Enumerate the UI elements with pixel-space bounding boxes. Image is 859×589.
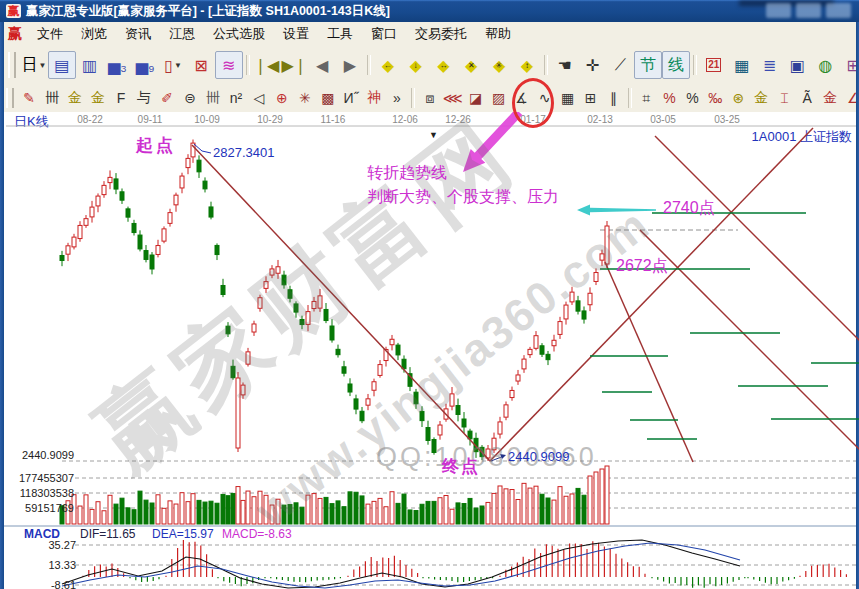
- step-forward-icon[interactable]: ▶: [336, 51, 364, 79]
- gann-xian-tool-icon[interactable]: 线: [662, 51, 690, 79]
- angle-ruler-icon[interactable]: ◁: [248, 86, 271, 110]
- diamond-updown-icon[interactable]: ◆↕: [513, 51, 541, 79]
- report-view-icon[interactable]: ≣: [756, 51, 784, 79]
- volume-scale-1: 177455307: [12, 472, 74, 484]
- macd-scale-2: 13.33: [14, 559, 76, 571]
- f10-info-icon[interactable]: ▥: [76, 51, 104, 79]
- diamond-left-icon[interactable]: ◆←: [374, 51, 402, 79]
- menu-item-file[interactable]: 文件: [28, 24, 72, 43]
- menu-item-gann[interactable]: 江恩: [160, 24, 204, 43]
- menu-item-browse[interactable]: 浏览: [72, 24, 116, 43]
- diamond-down-icon[interactable]: ◆↓: [402, 51, 430, 79]
- menu-item-settings[interactable]: 设置: [274, 24, 318, 43]
- calendar-icon[interactable]: 21: [700, 51, 728, 79]
- menu-item-trade-order[interactable]: 交易委托: [406, 24, 476, 43]
- step-back-icon[interactable]: ◀: [308, 51, 336, 79]
- candle-style-icon[interactable]: ▯▼: [159, 51, 187, 79]
- save-icon[interactable]: ▣: [783, 51, 811, 79]
- gold-red-icon[interactable]: 金: [819, 86, 842, 110]
- zigzag-turn-icon[interactable]: ∿: [533, 86, 556, 110]
- diamond-star-icon[interactable]: ◆✳: [485, 51, 513, 79]
- mini-chart-9-icon[interactable]: ▅₉: [131, 51, 159, 79]
- volume-scale-3: 59151769: [12, 502, 74, 514]
- candle-edit-icon[interactable]: ⌶: [773, 86, 796, 110]
- draw-pen-icon[interactable]: ✎: [18, 86, 41, 110]
- stat-bars-icon[interactable]: ⌗: [635, 86, 658, 110]
- grid-fine-icon[interactable]: ▦: [556, 86, 579, 110]
- maximize-button[interactable]: [796, 3, 821, 18]
- n-square-icon[interactable]: n²: [225, 86, 248, 110]
- wave-a-icon[interactable]: Ã: [796, 86, 819, 110]
- menu-item-tools[interactable]: 工具: [318, 24, 362, 43]
- mini-chart-3-icon[interactable]: ▅₃: [103, 51, 131, 79]
- price-scale-label: 2440.9099: [12, 449, 74, 461]
- f-grid-icon[interactable]: F: [110, 86, 133, 110]
- fence-dense-icon[interactable]: 卌: [202, 86, 225, 110]
- menu-item-formula-stock-pick[interactable]: 公式选股: [204, 24, 274, 43]
- matrix-view-icon[interactable]: ▦: [728, 51, 756, 79]
- percent-icon[interactable]: %: [681, 86, 704, 110]
- gold-grid-1-icon[interactable]: 金: [64, 86, 87, 110]
- diamond-cross-icon[interactable]: ◆✕: [457, 51, 485, 79]
- grid-pen-icon[interactable]: ⊞: [579, 86, 602, 110]
- toolbar-separator: [628, 88, 632, 108]
- toolbar-grip[interactable]: [8, 52, 16, 79]
- title-bar: 赢 赢家江恩专业版[赢家服务平台] - [上证指数 SH1A0001-143日K…: [0, 0, 859, 22]
- gold-circle-icon[interactable]: ⊛: [727, 86, 750, 110]
- menu-item-help[interactable]: 帮助: [476, 24, 520, 43]
- box-web-icon[interactable]: ▨: [487, 86, 510, 110]
- toolbar-main: 日▼▤▥▅₃▅₉▯▼⊠≋❘◀▶❘◀▶◆←◆↓◆↔◆✕◆✳◆↕☚✛⟋节线21▦≣▣…: [0, 46, 859, 85]
- parallel-lines-icon[interactable]: ∥: [602, 86, 625, 110]
- target-circle-icon[interactable]: ⊕: [270, 86, 293, 110]
- jump-first-icon[interactable]: ❘◀: [253, 51, 281, 79]
- web-square-icon[interactable]: ▩: [316, 86, 339, 110]
- trend-note-line1: 转折趋势线: [367, 163, 447, 184]
- resistance-level-label: 2740点: [663, 198, 715, 219]
- shen-grid-icon[interactable]: 神: [362, 86, 385, 110]
- pen-angle-icon[interactable]: ∡: [510, 86, 533, 110]
- toolbar-separator: [246, 55, 250, 75]
- macd-hist-value: MACD=-8.63: [222, 527, 292, 541]
- menu-item-news[interactable]: 资讯: [116, 24, 160, 43]
- crosshair-icon[interactable]: ✛: [579, 51, 607, 79]
- app-logo-icon: 赢: [6, 4, 21, 18]
- start-point-label: 起点: [136, 134, 176, 157]
- pattern-search-icon[interactable]: ⊠: [187, 51, 215, 79]
- macd-dif-value: DIF=11.65: [80, 527, 135, 541]
- period-day-selector-icon[interactable]: 日▼: [20, 51, 48, 79]
- support-level-label: 2672点: [616, 256, 668, 277]
- toolbar-separator: [693, 55, 697, 75]
- permille-icon[interactable]: ‰: [704, 86, 727, 110]
- fan-lines-icon[interactable]: ⋘: [441, 86, 464, 110]
- cycle-circle-icon[interactable]: ⊜: [179, 86, 202, 110]
- web-sync-icon[interactable]: ◍: [811, 51, 839, 79]
- gann-jie-tool-icon[interactable]: 节: [634, 51, 662, 79]
- gold-grid-2-icon[interactable]: 金: [87, 86, 110, 110]
- chart-area: 08-2209-1110-0910-2911-1612-0612-2601-17…: [4, 112, 856, 589]
- toolbar-separator: [411, 88, 415, 108]
- quote-screen-icon[interactable]: ▤: [48, 51, 76, 79]
- close-button[interactable]: [826, 3, 851, 18]
- web-star-icon[interactable]: ✳: [293, 86, 316, 110]
- start-price-label: 2827.3401: [213, 145, 274, 160]
- pen-red-icon[interactable]: ✐: [156, 86, 179, 110]
- minimize-button[interactable]: [766, 3, 791, 18]
- wave-ii-icon[interactable]: И˝: [339, 86, 362, 110]
- spiral-tool-icon[interactable]: 与: [133, 86, 156, 110]
- more-tools-icon[interactable]: »: [385, 86, 408, 110]
- pan-hand-icon[interactable]: ☚: [551, 51, 579, 79]
- toolbar-separator: [367, 55, 371, 75]
- menu-item-window[interactable]: 窗口: [362, 24, 406, 43]
- diamond-leftright-icon[interactable]: ◆↔: [430, 51, 458, 79]
- toolbar-drawing: ✎卌金金F与✐⊜卌n²◁⊕✳▩И˝神»⧈⋘◪▨∡∿▦⊞∥⌗%%‰⊛金⌶Ã金∠: [0, 84, 859, 113]
- gann-box-icon[interactable]: ⧈: [418, 86, 441, 110]
- toolbar-grip[interactable]: [6, 88, 14, 108]
- jump-last-icon[interactable]: ▶❘: [280, 51, 308, 79]
- box-fan-icon[interactable]: ◪: [464, 86, 487, 110]
- measure-line-icon[interactable]: ⟋: [606, 51, 634, 79]
- grid-fence-icon[interactable]: 卌: [41, 86, 64, 110]
- gold-lines-icon[interactable]: 金: [750, 86, 773, 110]
- percent-zone-icon[interactable]: %: [658, 86, 681, 110]
- color-band-icon[interactable]: ≋: [215, 51, 243, 79]
- menu-bar: 赢 文件浏览资讯江恩公式选股设置工具窗口交易委托帮助: [0, 22, 859, 47]
